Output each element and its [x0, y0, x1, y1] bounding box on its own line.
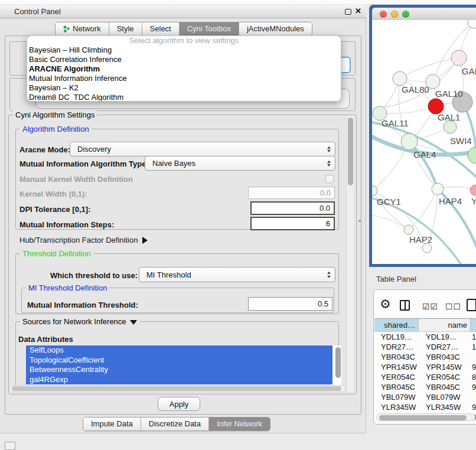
close-light-icon[interactable]	[380, 11, 387, 18]
kernel-width-field[interactable]: 0.0	[248, 187, 335, 199]
table-row[interactable]: YDR27…YDR27…12	[374, 342, 476, 352]
attribute-item[interactable]: TopologicalCoefficient	[26, 356, 332, 366]
table-row[interactable]: YER054CYER054C8.	[374, 372, 476, 382]
table-cell: YPR145W	[374, 362, 419, 372]
network-node[interactable]	[444, 120, 457, 133]
split-pane-icon[interactable]	[400, 300, 410, 311]
attribute-item[interactable]: SelfLoops	[26, 345, 332, 356]
table-row[interactable]: YBR045CYBR045C9.	[374, 382, 476, 392]
mi-type-value: Naive Bayes	[152, 159, 195, 168]
tab-network[interactable]: Network	[56, 22, 109, 35]
document-icon[interactable]	[467, 299, 476, 311]
network-edge[interactable]	[372, 215, 409, 230]
network-node[interactable]	[468, 20, 476, 28]
hub-definition-toggle[interactable]: Hub/Transcription Factor Definition	[19, 236, 148, 244]
table-header-row: shared…name	[374, 318, 476, 332]
expand-arrow-icon	[142, 237, 148, 244]
zoom-light-icon[interactable]	[402, 11, 409, 18]
algorithm-dropdown-popup: Select algorithm to view settings Bayesi…	[27, 35, 341, 102]
stepper-arrows-icon	[327, 272, 331, 278]
mi-steps-field[interactable]: 6	[250, 217, 335, 230]
select-all-icon[interactable]: ☑☑	[422, 302, 438, 311]
column-header[interactable]	[471, 319, 476, 331]
data-attributes-listbox: SelfLoopsTopologicalCoefficientBetweenne…	[26, 345, 341, 387]
table-cell: YLR345W	[419, 402, 471, 412]
top-strip	[0, 0, 476, 5]
settings-gear-icon[interactable]: ⚙	[380, 298, 391, 311]
dpi-tolerance-field[interactable]: 0.0	[250, 201, 335, 215]
column-header[interactable]: shared…	[374, 319, 419, 331]
algorithm-option[interactable]: Mutual Information Inference	[27, 74, 341, 83]
scrollbar-thumb[interactable]	[12, 386, 341, 391]
tab-cyni-toolbox[interactable]: Cyni Toolbox	[180, 22, 239, 35]
tab-discretize-data[interactable]: Discretize Data	[141, 418, 209, 431]
column-header[interactable]: name	[419, 319, 471, 331]
table-cell: YBR045C	[374, 382, 419, 392]
network-edge[interactable]	[372, 197, 461, 264]
tab-infer-network[interactable]: Infer Network	[209, 418, 270, 431]
table-panel: ⚙ ☑☑ ☐☐ shared…name YDL19…YDL19…13YDR27……	[373, 289, 476, 425]
mi-type-label: Mutual Information Algorithm Type:	[19, 159, 149, 168]
network-node[interactable]	[401, 133, 418, 150]
close-panel-icon[interactable]: ✕	[355, 6, 361, 15]
network-window-titlebar[interactable]	[372, 8, 476, 20]
settings-vertical-scrollbar[interactable]	[346, 116, 354, 392]
scrollbar-thumb[interactable]	[348, 118, 353, 185]
network-node[interactable]	[404, 225, 413, 234]
tab-label: jActiveMNodules	[247, 22, 304, 35]
network-canvas[interactable]: GALGAL80GAL10GAL11GAL1SWI4GAL4GCY1HAP4YH…	[372, 20, 476, 264]
table-row[interactable]: YPR145WYPR145W9.	[374, 362, 476, 372]
table-cell: YBL079W	[419, 392, 471, 402]
threshold-definition-title: Threshold Definition	[20, 249, 93, 258]
network-node[interactable]	[432, 183, 444, 195]
deselect-all-icon[interactable]: ☐☐	[445, 302, 461, 311]
settings-horizontal-scrollbar[interactable]	[9, 385, 346, 392]
algorithm-option[interactable]: Basic Correlation Inference	[27, 55, 341, 64]
tab-select[interactable]: Select	[142, 22, 180, 35]
algorithm-option[interactable]: Bayesian – Hill Climbing	[27, 45, 341, 55]
network-edge[interactable]	[372, 58, 459, 109]
aracne-mode-label: Aracne Mode:	[19, 145, 70, 154]
dropdown-prompt: Select algorithm to view settings	[27, 36, 341, 45]
tab-jactivemnodules[interactable]: jActiveMNodules	[239, 22, 312, 35]
table-row[interactable]: YBR043CYBR043C	[374, 352, 476, 362]
network-node[interactable]	[451, 50, 467, 66]
table-row[interactable]: YLR345WYLR345W9.	[374, 402, 476, 412]
algorithm-option[interactable]: ARACNE Algorithm	[27, 64, 341, 74]
network-node[interactable]	[470, 185, 476, 195]
node-label: Y	[471, 196, 476, 206]
network-node[interactable]	[393, 71, 407, 86]
aracne-mode-select[interactable]: Discovery	[70, 142, 335, 156]
network-edge[interactable]	[380, 106, 436, 114]
table-horizontal-scrollbar[interactable]	[376, 413, 475, 421]
attribute-item[interactable]: gal4RGexp	[26, 375, 332, 385]
tab-style[interactable]: Style	[109, 22, 142, 35]
table-cell: YDR27…	[419, 342, 471, 352]
minimize-light-icon[interactable]	[391, 11, 398, 18]
node-label: HAP2	[409, 234, 432, 244]
node-label: GAL11	[382, 118, 409, 128]
which-threshold-select[interactable]: MI Threshold	[139, 267, 335, 282]
table-cell: YDL19…	[419, 332, 471, 342]
network-node[interactable]	[468, 147, 476, 164]
tab-label: Infer Network	[217, 418, 262, 431]
manual-kernel-checkbox[interactable]	[325, 175, 334, 183]
algorithm-option[interactable]: Dream8 DC_TDC Algorithm	[27, 93, 341, 102]
table-row[interactable]: YDL19…YDL19…13	[374, 332, 476, 342]
panel-dock-icon[interactable]	[5, 442, 15, 450]
tab-impute-data[interactable]: Impute Data	[83, 418, 141, 431]
table-row[interactable]: YBL079WYBL079W	[374, 392, 476, 402]
mi-type-select[interactable]: Naive Bayes	[145, 156, 335, 171]
network-node[interactable]	[422, 243, 432, 253]
algorithm-option[interactable]: Bayesian – K2	[27, 83, 341, 93]
float-window-icon[interactable]	[345, 9, 351, 15]
table-cell: 12	[471, 342, 476, 352]
mi-threshold-field[interactable]: 0.5	[248, 297, 332, 311]
attribute-item[interactable]: BetweennessCentrality	[26, 365, 332, 375]
list-scrollbar-thumb[interactable]	[335, 347, 341, 378]
apply-button[interactable]: Apply	[158, 397, 200, 411]
tab-label: Cyni Toolbox	[187, 22, 231, 35]
split-pane-handle[interactable]	[358, 220, 361, 222]
bottom-tabstrip: Impute DataDiscretize DataInfer Network	[83, 417, 270, 431]
scrollbar-thumb[interactable]	[379, 415, 467, 420]
